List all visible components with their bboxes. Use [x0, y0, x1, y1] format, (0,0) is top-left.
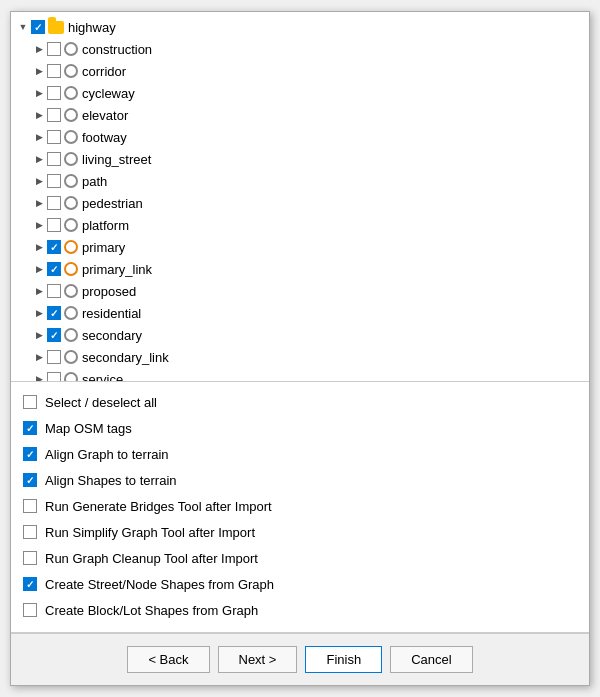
road-icon-primary_link [64, 262, 78, 276]
road-icon-path [64, 174, 78, 188]
road-icon-platform [64, 218, 78, 232]
checkbox-pedestrian[interactable] [47, 196, 61, 210]
checkbox-corridor[interactable] [47, 64, 61, 78]
opt-checkbox-5[interactable] [23, 525, 37, 539]
option-row-1[interactable]: Map OSM tags [23, 416, 577, 440]
checkbox-elevator[interactable] [47, 108, 61, 122]
checkbox-residential[interactable] [47, 306, 61, 320]
tree-item-footway[interactable]: footway [11, 126, 589, 148]
checkbox-primary_link[interactable] [47, 262, 61, 276]
cancel-button[interactable]: Cancel [390, 646, 472, 673]
option-row-2[interactable]: Align Graph to terrain [23, 442, 577, 466]
expander-highway[interactable] [15, 19, 31, 35]
expander-footway[interactable] [31, 129, 47, 145]
opt-checkbox-7[interactable] [23, 577, 37, 591]
expander-residential[interactable] [31, 305, 47, 321]
opt-label-2: Align Graph to terrain [45, 447, 169, 462]
opt-checkbox-3[interactable] [23, 473, 37, 487]
road-icon-construction [64, 42, 78, 56]
option-row-4[interactable]: Run Generate Bridges Tool after Import [23, 494, 577, 518]
expander-living_street[interactable] [31, 151, 47, 167]
option-row-8[interactable]: Create Block/Lot Shapes from Graph [23, 598, 577, 622]
expander-corridor[interactable] [31, 63, 47, 79]
opt-checkbox-8[interactable] [23, 603, 37, 617]
options-container: Select / deselect allMap OSM tagsAlign G… [23, 390, 577, 622]
label-living_street: living_street [82, 152, 151, 167]
folder-icon-highway [48, 21, 64, 34]
checkbox-secondary[interactable] [47, 328, 61, 342]
opt-label-3: Align Shapes to terrain [45, 473, 177, 488]
expander-cycleway[interactable] [31, 85, 47, 101]
checkbox-path[interactable] [47, 174, 61, 188]
label-path: path [82, 174, 107, 189]
tree-item-secondary_link[interactable]: secondary_link [11, 346, 589, 368]
expander-secondary_link[interactable] [31, 349, 47, 365]
option-row-6[interactable]: Run Graph Cleanup Tool after Import [23, 546, 577, 570]
checkbox-platform[interactable] [47, 218, 61, 232]
tree-item-cycleway[interactable]: cycleway [11, 82, 589, 104]
tree-item-service[interactable]: service [11, 368, 589, 382]
opt-label-8: Create Block/Lot Shapes from Graph [45, 603, 258, 618]
label-proposed: proposed [82, 284, 136, 299]
tree-area[interactable]: highway constructioncorridorcyclewayelev… [11, 12, 589, 382]
tree-item-construction[interactable]: construction [11, 38, 589, 60]
tree-item-elevator[interactable]: elevator [11, 104, 589, 126]
road-icon-corridor [64, 64, 78, 78]
finish-button[interactable]: Finish [305, 646, 382, 673]
tree-item-residential[interactable]: residential [11, 302, 589, 324]
opt-label-4: Run Generate Bridges Tool after Import [45, 499, 272, 514]
label-service: service [82, 372, 123, 383]
road-icon-living_street [64, 152, 78, 166]
road-icon-footway [64, 130, 78, 144]
checkbox-living_street[interactable] [47, 152, 61, 166]
tree-item-primary[interactable]: primary [11, 236, 589, 258]
back-button[interactable]: < Back [127, 646, 209, 673]
option-row-0[interactable]: Select / deselect all [23, 390, 577, 414]
expander-platform[interactable] [31, 217, 47, 233]
expander-construction[interactable] [31, 41, 47, 57]
next-button[interactable]: Next > [218, 646, 298, 673]
opt-checkbox-0[interactable] [23, 395, 37, 409]
checkbox-cycleway[interactable] [47, 86, 61, 100]
opt-checkbox-2[interactable] [23, 447, 37, 461]
checkbox-highway[interactable] [31, 20, 45, 34]
label-highway: highway [68, 20, 116, 35]
opt-checkbox-1[interactable] [23, 421, 37, 435]
label-residential: residential [82, 306, 141, 321]
tree-item-highway[interactable]: highway [11, 16, 589, 38]
opt-checkbox-6[interactable] [23, 551, 37, 565]
tree-item-proposed[interactable]: proposed [11, 280, 589, 302]
checkbox-service[interactable] [47, 372, 61, 382]
label-cycleway: cycleway [82, 86, 135, 101]
option-row-5[interactable]: Run Simplify Graph Tool after Import [23, 520, 577, 544]
checkbox-proposed[interactable] [47, 284, 61, 298]
expander-elevator[interactable] [31, 107, 47, 123]
expander-proposed[interactable] [31, 283, 47, 299]
option-row-3[interactable]: Align Shapes to terrain [23, 468, 577, 492]
option-row-7[interactable]: Create Street/Node Shapes from Graph [23, 572, 577, 596]
road-icon-secondary_link [64, 350, 78, 364]
checkbox-primary[interactable] [47, 240, 61, 254]
checkbox-secondary_link[interactable] [47, 350, 61, 364]
road-icon-secondary [64, 328, 78, 342]
tree-item-path[interactable]: path [11, 170, 589, 192]
tree-item-corridor[interactable]: corridor [11, 60, 589, 82]
checkbox-construction[interactable] [47, 42, 61, 56]
label-construction: construction [82, 42, 152, 57]
expander-service[interactable] [31, 371, 47, 382]
label-elevator: elevator [82, 108, 128, 123]
tree-item-primary_link[interactable]: primary_link [11, 258, 589, 280]
expander-pedestrian[interactable] [31, 195, 47, 211]
expander-primary[interactable] [31, 239, 47, 255]
tree-item-living_street[interactable]: living_street [11, 148, 589, 170]
checkbox-footway[interactable] [47, 130, 61, 144]
tree-item-pedestrian[interactable]: pedestrian [11, 192, 589, 214]
expander-secondary[interactable] [31, 327, 47, 343]
tree-item-platform[interactable]: platform [11, 214, 589, 236]
expander-primary_link[interactable] [31, 261, 47, 277]
dialog: highway constructioncorridorcyclewayelev… [10, 11, 590, 686]
tree-item-secondary[interactable]: secondary [11, 324, 589, 346]
label-corridor: corridor [82, 64, 126, 79]
opt-checkbox-4[interactable] [23, 499, 37, 513]
expander-path[interactable] [31, 173, 47, 189]
